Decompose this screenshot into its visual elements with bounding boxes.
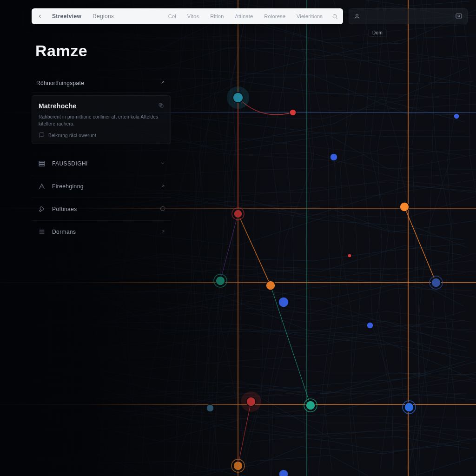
map-node[interactable]	[306, 401, 315, 410]
map-node[interactable]	[348, 254, 351, 258]
svg-line-13	[162, 81, 164, 84]
map-node[interactable]	[278, 297, 289, 307]
sidebar-overview-label: Röhnortfuingspate	[36, 80, 84, 86]
map-node[interactable]	[279, 469, 288, 476]
map-node[interactable]	[234, 210, 242, 218]
svg-line-9	[336, 17, 337, 18]
svg-line-24	[162, 231, 164, 233]
svg-rect-18	[39, 165, 45, 166]
map-node[interactable]	[290, 109, 296, 116]
map-node[interactable]	[454, 113, 459, 119]
refresh-icon	[160, 205, 165, 213]
toolbar-tab[interactable]: Col	[163, 8, 182, 24]
map-node[interactable]	[404, 403, 414, 412]
arrow-icon	[160, 79, 165, 86]
back-button[interactable]	[33, 10, 46, 23]
toolbar-tab[interactable]: Rolorese	[258, 8, 291, 24]
svg-rect-11	[456, 14, 462, 18]
section-label: Pöftinaes	[52, 206, 77, 212]
map-node[interactable]	[216, 276, 225, 285]
svg-rect-16	[39, 161, 45, 163]
breadcrumb-item[interactable]: Regions	[87, 13, 119, 20]
sidebar-section[interactable]: Pöftinaes	[32, 198, 171, 220]
copy-icon[interactable]	[158, 102, 164, 110]
map-node[interactable]	[431, 278, 441, 287]
map-zone-label: Dom	[368, 29, 387, 37]
sidebar-section[interactable]: Fireehginng	[32, 175, 171, 198]
user-icon[interactable]	[354, 13, 360, 20]
route-icon	[37, 182, 46, 191]
map-node[interactable]	[266, 281, 275, 290]
sidebar-section[interactable]: Dormans	[32, 220, 171, 243]
location-card: Matrehoche Rahbcrent in promittione corl…	[32, 95, 171, 144]
breadcrumb-bar: Streetview Regions Col Vitos Rition Atti…	[32, 8, 343, 24]
map-node[interactable]	[367, 322, 373, 329]
card-sub-label: Belkrung räcl owerunt	[48, 133, 96, 138]
wrench-icon	[37, 205, 46, 214]
svg-rect-17	[39, 163, 45, 165]
svg-point-10	[356, 14, 358, 16]
chat-icon	[39, 132, 45, 139]
chevron-down-icon	[160, 159, 165, 168]
svg-point-12	[458, 15, 460, 17]
sidebar-section[interactable]: FAUSSDIGHI	[32, 152, 171, 175]
section-label: Fireehginng	[52, 183, 84, 190]
sidebar: Ramze Röhnortfuingspate Matrehoche Rahbc…	[32, 37, 171, 243]
card-body: Rahbcrent in promittione corlliner aft e…	[39, 113, 164, 127]
toolbar-tab[interactable]: Vieleritions	[291, 8, 328, 24]
svg-point-8	[333, 14, 337, 18]
toolbar-tab[interactable]: Rition	[205, 8, 229, 24]
settings-icon[interactable]	[455, 13, 463, 20]
map-node[interactable]	[233, 461, 243, 470]
layers-icon	[37, 159, 46, 168]
arrow-icon	[160, 228, 165, 236]
sidebar-overview-row[interactable]: Röhnortfuingspate	[32, 74, 171, 93]
map-node[interactable]	[246, 397, 256, 406]
search-icon[interactable]	[328, 10, 341, 23]
page-title: Ramze	[35, 42, 171, 60]
map-node[interactable]	[330, 153, 337, 161]
toolbar-tab[interactable]: Attinate	[229, 8, 258, 24]
svg-line-20	[162, 185, 164, 187]
list-icon	[37, 227, 46, 237]
section-label: FAUSSDIGHI	[52, 160, 88, 167]
card-heading: Matrehoche	[39, 102, 77, 110]
section-label: Dormans	[52, 229, 76, 235]
map-node[interactable]	[206, 404, 214, 412]
breadcrumb-item[interactable]: Streetview	[46, 13, 87, 20]
map-node[interactable]	[233, 93, 243, 103]
toolbar-tab[interactable]: Vitos	[182, 8, 205, 24]
topbar-right	[349, 8, 468, 24]
card-sub-row[interactable]: Belkrung räcl owerunt	[39, 132, 164, 139]
arrow-icon	[160, 182, 165, 191]
map-node[interactable]	[400, 202, 409, 212]
